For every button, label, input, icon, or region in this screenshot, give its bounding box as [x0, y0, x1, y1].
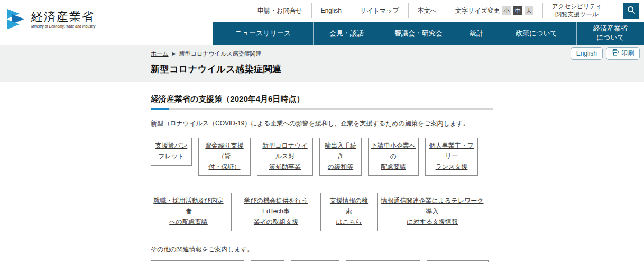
support-links-row-2: 就職・採用活動及び内定者 への配慮要請 学びの機会提供を行うEdTech事 業者…: [151, 193, 493, 231]
main-nav: ニュースリリース 会見・談話 審議会・研究会 統計 政策について 経済産業省 に…: [213, 22, 644, 45]
printer-icon: [612, 49, 619, 57]
print-button[interactable]: 印刷: [606, 47, 640, 60]
nav-item-policies[interactable]: 政策について: [496, 22, 576, 45]
nav-item-press-conference[interactable]: 会見・談話: [313, 22, 380, 45]
nav-item-news-release[interactable]: ニュースリリース: [213, 22, 313, 45]
main-content: 経済産業省の支援策（2020年4月6日時点） 新型コロナウイルス（COVID-1…: [151, 82, 493, 262]
page-title: 新型コロナウイルス感染症関連: [151, 63, 644, 75]
support-link-subcontract[interactable]: 下請中小企業への 配慮要請: [368, 138, 419, 176]
breadcrumb-current: 新型コロナウイルス感染症関連: [179, 50, 262, 57]
nav-item-councils[interactable]: 審議会・研究会: [380, 22, 457, 45]
support-link-edtech[interactable]: 学びの機会提供を行うEdTech事 業者の取組支援: [231, 193, 321, 231]
font-size-large-button[interactable]: 大: [525, 6, 533, 15]
font-size-label: 文字サイズ変更: [455, 6, 500, 15]
support-link-search[interactable]: 支援情報の検索 はこちら: [326, 193, 372, 231]
logo-title: 経済産業省: [31, 11, 96, 23]
font-size-small-button[interactable]: 小: [502, 6, 511, 15]
breadcrumb-arrow-icon: ▶: [172, 51, 176, 56]
utility-link-english[interactable]: English: [312, 0, 351, 21]
support-link-freelance[interactable]: 個人事業主・フリー ランス支援: [425, 138, 478, 176]
support-links-row-1: 支援策パン フレット 資金繰り支援（貸 付・保証） 新型コロナウイルス対 策補助…: [151, 138, 493, 176]
breadcrumb-home-link[interactable]: ホーム: [151, 50, 169, 57]
support-link-subsidy[interactable]: 新型コロナウイルス対 策補助事業: [257, 138, 313, 176]
search-icon: [627, 6, 636, 16]
site-header: 経済産業省 Ministry of Economy,Trade and Indu…: [0, 0, 644, 45]
meti-logo[interactable]: 経済産業省 Ministry of Economy,Trade and Indu…: [5, 8, 96, 32]
nav-item-statistics[interactable]: 統計: [457, 22, 496, 45]
related-intro-text: その他の関連情報をご案内します。: [151, 245, 493, 254]
font-size-changer: 文字サイズ変更 小 中 大: [446, 0, 542, 21]
title-band: ホーム▶新型コロナウイルス感染症関連 新型コロナウイルス感染症関連 Englis…: [0, 45, 644, 82]
accessibility-tool-link[interactable]: アクセシビリティ 閲覧支援ツール: [543, 0, 611, 21]
logo-subtitle: Ministry of Economy,Trade and Industry: [31, 24, 96, 28]
english-page-button[interactable]: English: [571, 47, 603, 60]
utility-nav: 申請・お問合せ English サイトマップ 本文へ 文字サイズ変更 小 中 大…: [249, 0, 644, 21]
support-link-recruitment[interactable]: 就職・採用活動及び内定者 への配慮要請: [151, 193, 226, 231]
support-intro-text: 新型コロナウイルス（COVID-19）による企業への影響を緩和し、企業を支援する…: [151, 119, 493, 128]
heading-underline: [151, 108, 493, 110]
utility-link-contact[interactable]: 申請・お問合せ: [249, 0, 311, 21]
support-link-telework[interactable]: 情報通信関連企業によるテレワーク導入 に対する支援情報: [377, 193, 487, 231]
utility-link-to-main[interactable]: 本文へ: [409, 0, 446, 21]
section-heading: 経済産業省の支援策（2020年4月6日時点）: [151, 94, 493, 108]
support-link-trade[interactable]: 輸出入手続き の緩和等: [319, 138, 362, 176]
utility-link-sitemap[interactable]: サイトマップ: [351, 0, 408, 21]
nav-item-about-meti[interactable]: 経済産業省 について: [576, 22, 644, 45]
support-link-financing[interactable]: 資金繰り支援（貸 付・保証）: [198, 138, 251, 176]
meti-logo-mark-icon: [5, 8, 27, 32]
support-link-pamphlet[interactable]: 支援策パン フレット: [151, 138, 192, 166]
font-size-medium-button[interactable]: 中: [513, 6, 522, 15]
search-button[interactable]: [623, 3, 639, 19]
